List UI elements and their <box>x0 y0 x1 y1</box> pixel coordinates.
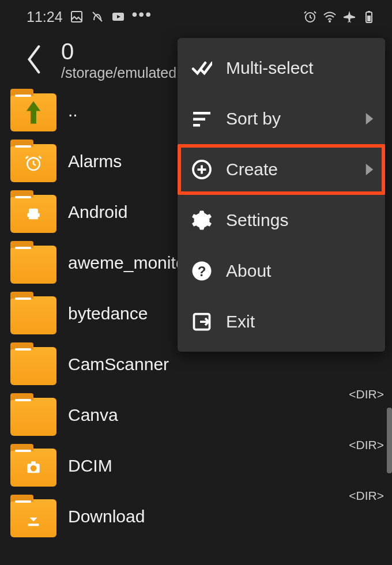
create-icon <box>191 159 212 180</box>
svg-point-3 <box>329 21 330 22</box>
folder-icon <box>10 195 56 233</box>
battery-icon <box>362 10 376 24</box>
mute-icon <box>91 10 104 24</box>
folder-icon <box>10 499 56 537</box>
wifi-icon <box>323 10 337 24</box>
overflow-menu: Multi-select Sort by Create Settings ? A… <box>178 38 385 352</box>
file-name: Android <box>68 202 127 222</box>
menu-label: Sort by <box>226 109 352 129</box>
file-row[interactable]: Download <box>0 491 392 542</box>
status-bar: 11:24 ••• <box>0 0 392 33</box>
file-name: Canva <box>68 405 118 425</box>
menu-label: Multi-select <box>226 58 374 78</box>
scrollbar-thumb[interactable] <box>387 408 392 473</box>
about-icon: ? <box>191 261 212 281</box>
file-name: aweme_monitor <box>68 253 191 273</box>
menu-item-exit[interactable]: Exit <box>178 296 385 347</box>
menu-item-multiselect[interactable]: Multi-select <box>178 43 385 93</box>
multiselect-icon <box>191 58 212 78</box>
menu-item-about[interactable]: ? About <box>178 246 385 296</box>
folder-icon <box>10 144 56 182</box>
folder-icon <box>10 296 56 334</box>
folder-up-icon <box>10 93 56 131</box>
svg-rect-5 <box>368 11 370 13</box>
file-row[interactable]: Canva <DIR> <box>0 390 392 440</box>
svg-rect-0 <box>71 12 82 22</box>
folder-icon <box>10 398 56 436</box>
svg-rect-13 <box>193 112 210 115</box>
back-button[interactable] <box>24 43 44 76</box>
file-name: Alarms <box>68 152 122 171</box>
file-name: .. <box>68 101 78 120</box>
file-name: bytedance <box>68 304 148 323</box>
svg-rect-8 <box>29 209 38 212</box>
file-row[interactable]: DCIM <DIR> <box>0 440 392 491</box>
svg-text:?: ? <box>198 263 206 279</box>
file-name: DCIM <box>68 456 112 476</box>
menu-label: Exit <box>226 312 374 332</box>
file-name: CamScanner <box>68 355 169 374</box>
menu-item-settings[interactable]: Settings <box>178 195 385 246</box>
image-icon <box>70 10 84 24</box>
alarm-icon <box>303 10 317 24</box>
chevron-right-icon <box>365 113 374 125</box>
status-time: 11:24 <box>27 9 63 25</box>
svg-point-10 <box>31 465 37 472</box>
chevron-right-icon <box>365 164 374 175</box>
youtube-icon <box>111 10 125 24</box>
menu-item-create[interactable]: Create <box>178 144 385 195</box>
airplane-icon <box>342 10 356 24</box>
menu-label: Settings <box>226 210 374 230</box>
svg-rect-14 <box>193 118 205 121</box>
folder-icon <box>10 246 56 284</box>
exit-icon <box>191 311 212 332</box>
menu-label: Create <box>226 160 352 179</box>
svg-rect-11 <box>31 461 36 464</box>
svg-rect-15 <box>193 124 200 127</box>
settings-icon <box>191 210 212 231</box>
menu-label: About <box>226 261 374 281</box>
sort-icon <box>191 108 212 129</box>
folder-icon <box>10 449 56 487</box>
svg-rect-6 <box>367 16 371 21</box>
page-title: 0 <box>61 38 176 65</box>
current-path: /storage/emulated <box>61 65 176 81</box>
svg-rect-12 <box>28 523 39 526</box>
menu-item-sortby[interactable]: Sort by <box>178 93 385 144</box>
folder-icon <box>10 347 56 385</box>
file-name: Download <box>68 507 145 526</box>
